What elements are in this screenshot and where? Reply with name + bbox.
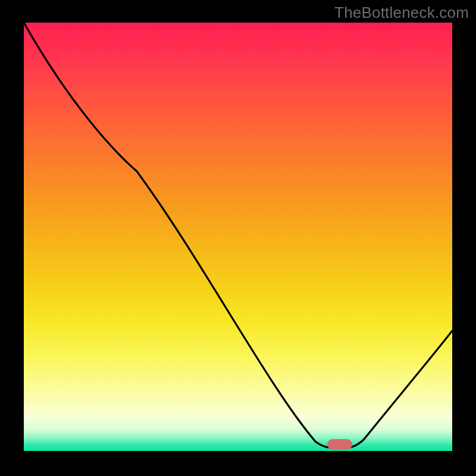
plot-area (24, 23, 452, 451)
optimum-marker (327, 439, 352, 450)
axis-left (20, 19, 24, 456)
bottleneck-curve (24, 23, 452, 451)
watermark-text: TheBottleneck.com (334, 4, 469, 22)
chart-stage: TheBottleneck.com (0, 0, 476, 476)
axis-right (452, 19, 456, 456)
axis-bottom (20, 451, 456, 455)
curve-path (24, 23, 452, 449)
